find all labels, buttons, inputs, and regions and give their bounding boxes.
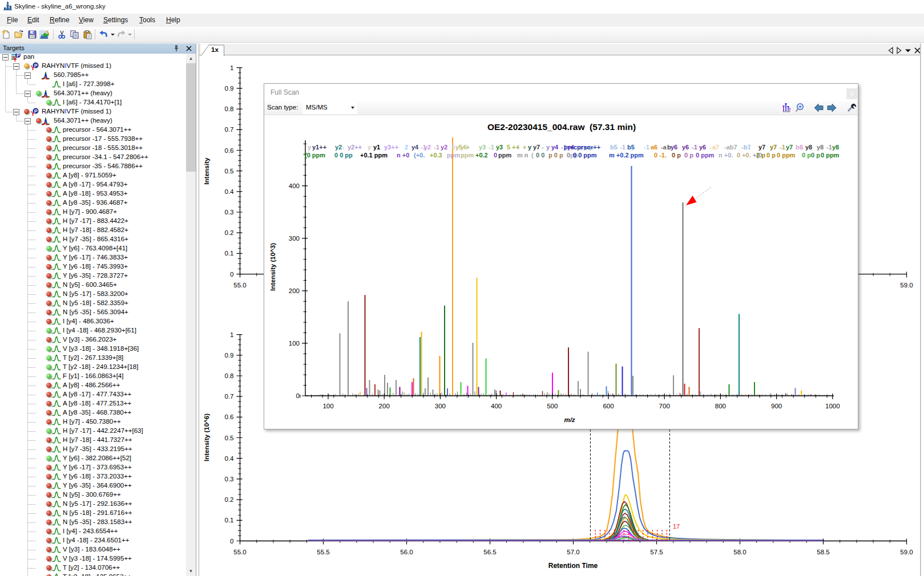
svg-text:58.0: 58.0 (733, 549, 746, 555)
svg-text:56.5: 56.5 (483, 549, 496, 555)
svg-text:0.3: 0.3 (225, 476, 234, 482)
svg-text:P: P (34, 108, 38, 114)
svg-text:600: 600 (603, 403, 614, 409)
svg-text:700: 700 (659, 403, 670, 409)
svg-text:55.0: 55.0 (233, 549, 246, 555)
svg-text:0.4: 0.4 (225, 188, 235, 195)
svg-text:0.5: 0.5 (225, 168, 234, 175)
svg-text:0.1: 0.1 (225, 517, 234, 524)
svg-text:55.0: 55.0 (233, 282, 246, 289)
svg-text:300: 300 (289, 235, 300, 242)
svg-text:0.2: 0.2 (225, 229, 234, 236)
svg-text:0.9: 0.9 (225, 352, 234, 359)
svg-text:0.7: 0.7 (225, 393, 234, 400)
svg-text:0.2: 0.2 (225, 496, 234, 503)
svg-text:1: 1 (230, 331, 233, 338)
svg-text:0.1: 0.1 (225, 250, 234, 257)
svg-text:100: 100 (322, 403, 333, 409)
svg-text:0.6: 0.6 (225, 147, 234, 154)
svg-text:1: 1 (230, 64, 233, 71)
svg-text:0.6: 0.6 (225, 413, 234, 420)
svg-text:400: 400 (289, 182, 300, 189)
svg-text:P: P (17, 54, 20, 58)
svg-text:58.5: 58.5 (817, 549, 829, 555)
svg-text:57.5: 57.5 (650, 549, 663, 555)
svg-text:0: 0 (230, 538, 233, 545)
svg-text:300: 300 (435, 403, 446, 409)
svg-text:m/z: m/z (564, 416, 575, 423)
svg-text:800: 800 (715, 403, 726, 409)
svg-text:200: 200 (289, 287, 300, 294)
svg-text:1000: 1000 (825, 403, 840, 409)
svg-text:100: 100 (289, 340, 300, 347)
svg-text:17: 17 (673, 523, 680, 530)
svg-text:0.7: 0.7 (225, 126, 234, 133)
svg-text:0.4: 0.4 (225, 455, 235, 462)
svg-text:500: 500 (547, 403, 558, 409)
svg-text:400: 400 (491, 403, 502, 409)
svg-text:0.8: 0.8 (225, 372, 234, 379)
svg-text:OE2-20230415_004.raw (57.31 m: OE2-20230415_004.raw (57.31 min) (487, 122, 636, 132)
svg-text:0.3: 0.3 (225, 209, 234, 216)
svg-text:0: 0 (296, 392, 300, 399)
svg-text:P: P (34, 63, 38, 68)
svg-text:0: 0 (230, 271, 233, 278)
svg-text:900: 900 (771, 403, 782, 409)
svg-text:Intensity (10^3): Intensity (10^3) (269, 243, 276, 291)
svg-text:59.0: 59.0 (900, 282, 913, 289)
svg-text:55.5: 55.5 (317, 549, 329, 555)
svg-text:0.8: 0.8 (225, 106, 234, 112)
svg-text:Intensity: Intensity (203, 157, 210, 185)
svg-text:200: 200 (379, 403, 390, 409)
svg-text:0.5: 0.5 (225, 435, 234, 441)
svg-text:57.0: 57.0 (567, 549, 579, 555)
svg-text:56.0: 56.0 (400, 549, 413, 555)
svg-text:Retention Time: Retention Time (548, 562, 598, 570)
svg-text:59.0: 59.0 (900, 549, 913, 555)
svg-text:Intensity (10^6): Intensity (10^6) (203, 413, 210, 461)
svg-text:0.9: 0.9 (225, 85, 234, 92)
